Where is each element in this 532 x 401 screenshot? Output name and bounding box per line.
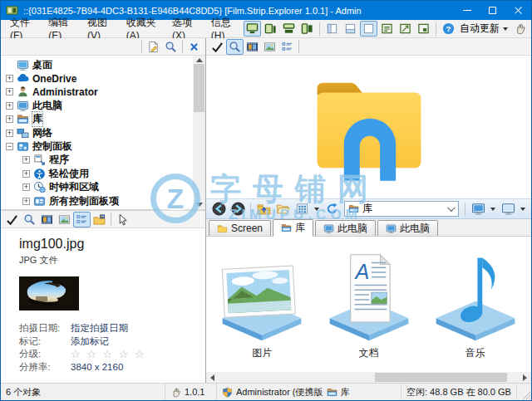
scroll-thumb[interactable] — [375, 373, 507, 382]
screen-dropdown-icon-1[interactable] — [490, 208, 495, 211]
tree-item-administrator[interactable]: +Administrator — [1, 86, 193, 99]
edit-page-button[interactable] — [145, 39, 162, 55]
auto-update-dropdown-icon[interactable] — [503, 27, 508, 31]
screen-dropdown-icon-2[interactable] — [520, 208, 525, 211]
search-tree-button[interactable] — [162, 39, 180, 55]
scanner-tool-button-1[interactable] — [244, 21, 261, 37]
music-icon — [431, 248, 520, 346]
confirm-button[interactable] — [3, 212, 21, 227]
tab-screen[interactable]: Screen — [209, 220, 271, 236]
ease-of-access-icon — [33, 168, 46, 180]
details-view-button[interactable] — [278, 39, 296, 55]
programs-icon — [33, 154, 46, 166]
tree-item-allitems[interactable]: +所有控制面板项 — [1, 194, 193, 208]
tree-item-clock[interactable]: +时钟和区域 — [1, 181, 193, 194]
expander[interactable]: + — [6, 75, 13, 82]
layout-single-pane-button[interactable] — [360, 21, 377, 37]
tab-library[interactable]: 库 — [273, 219, 313, 237]
layout-bottom-pane-button[interactable] — [342, 21, 359, 37]
close-button[interactable] — [505, 1, 531, 20]
minimize-button[interactable] — [454, 1, 480, 20]
library-item-music[interactable]: 音乐 — [425, 248, 526, 360]
expander[interactable]: + — [6, 102, 13, 110]
expander[interactable]: + — [6, 115, 13, 123]
shield-icon — [222, 387, 233, 398]
scanner-tool-button-3[interactable] — [280, 21, 298, 37]
scanner-tool-button-2[interactable] — [262, 21, 279, 37]
thumbnail-view-button[interactable] — [261, 39, 278, 55]
expander[interactable]: + — [22, 156, 30, 164]
tab-thispc-1[interactable]: 此电脑 — [315, 220, 376, 236]
expander[interactable]: + — [22, 170, 30, 178]
thumbnail-view-button[interactable] — [56, 212, 73, 227]
scroll-down-icon[interactable] — [196, 203, 203, 207]
screen-select-button-1[interactable] — [469, 200, 487, 218]
tree-item-programs[interactable]: +程序 — [1, 154, 193, 167]
horizontal-scrollbar[interactable] — [206, 372, 531, 383]
filmstrip-view-button[interactable] — [244, 39, 261, 55]
screen-select-button-2[interactable] — [499, 200, 517, 218]
scroll-right-button[interactable] — [519, 372, 531, 383]
combo-dropdown-icon[interactable] — [447, 203, 456, 212]
expander[interactable]: + — [22, 198, 30, 205]
property-value[interactable]: 指定拍摄日期 — [71, 322, 128, 335]
scroll-left-button[interactable] — [206, 372, 219, 383]
tree-item-thispc[interactable]: +此电脑 — [1, 99, 193, 112]
filmstrip-icon — [41, 213, 53, 226]
details-view-button[interactable] — [73, 212, 91, 227]
green-list-button[interactable] — [378, 21, 396, 37]
close-pane-button[interactable] — [185, 39, 203, 55]
resize-grip[interactable] — [522, 391, 530, 399]
maximize-button[interactable] — [480, 1, 505, 20]
property-value[interactable]: 添加标记 — [71, 335, 109, 348]
tree-item-libraries[interactable]: +库 — [1, 113, 193, 126]
library-item-documents[interactable]: A 文档 — [318, 248, 420, 360]
back-button[interactable] — [209, 200, 228, 218]
view-mode-button[interactable] — [293, 200, 311, 218]
forward-button[interactable] — [229, 200, 247, 218]
confirm-button[interactable] — [209, 39, 226, 55]
tree-item-controlpanel[interactable]: −控制面板 — [1, 139, 193, 153]
search-icon — [165, 41, 177, 53]
scroll-track[interactable] — [219, 372, 519, 383]
tree-item-ease[interactable]: +轻松使用 — [1, 167, 193, 180]
main-toolbar: ? 自动更新 — [244, 21, 529, 37]
select-tool-button[interactable] — [114, 212, 131, 227]
preview-zoom-button[interactable] — [21, 212, 38, 227]
tree-item-desktop[interactable]: 桌面 — [1, 58, 193, 71]
browse-folder-button[interactable] — [273, 200, 292, 218]
green-export-button[interactable] — [397, 21, 414, 37]
expander[interactable]: + — [6, 130, 13, 137]
tab-thispc-2[interactable]: 此电脑 — [377, 220, 438, 236]
scanner-tool-button-4[interactable] — [298, 21, 316, 37]
folder-tree: 桌面 +OneDrive +Administrator +此电脑 +库 +网络 … — [1, 56, 193, 209]
tree-item-onedrive[interactable]: +OneDrive — [1, 71, 193, 85]
preview-zoom-button[interactable] — [226, 39, 244, 55]
view-mode-dropdown-icon[interactable] — [314, 208, 319, 211]
help-button[interactable]: ? — [440, 21, 457, 37]
green-grid-button[interactable] — [415, 21, 432, 37]
rating-stars[interactable]: ☆ ☆ ☆ ☆ ☆ — [71, 348, 146, 360]
monitor-light-icon — [501, 202, 515, 216]
expander[interactable]: + — [6, 88, 13, 95]
folder-export-button[interactable] — [91, 212, 108, 227]
tree-label: 网络 — [32, 126, 52, 140]
status-version: 1.0.1 — [165, 384, 217, 400]
library-item-pictures[interactable]: 图片 — [211, 248, 313, 360]
filmstrip-view-button[interactable] — [38, 212, 56, 227]
auto-update-label[interactable]: 自动更新 — [460, 22, 500, 36]
help-icon: ? — [442, 22, 455, 35]
tree-scrollbar[interactable] — [193, 56, 205, 209]
expander[interactable]: + — [22, 183, 30, 191]
file-thumbnail — [19, 276, 79, 311]
scroll-thumb[interactable] — [194, 64, 204, 112]
up-folder-button[interactable] — [254, 200, 273, 218]
scroll-right-icon — [523, 374, 527, 381]
refresh-button[interactable] — [323, 200, 341, 218]
layout-left-pane-button[interactable] — [323, 21, 341, 37]
hand-tool-button[interactable] — [511, 21, 529, 37]
tree-item-network[interactable]: +网络 — [1, 126, 193, 139]
address-combobox[interactable]: 库 — [344, 201, 459, 217]
expander[interactable]: − — [6, 143, 13, 150]
scroll-up-icon[interactable] — [196, 58, 203, 62]
